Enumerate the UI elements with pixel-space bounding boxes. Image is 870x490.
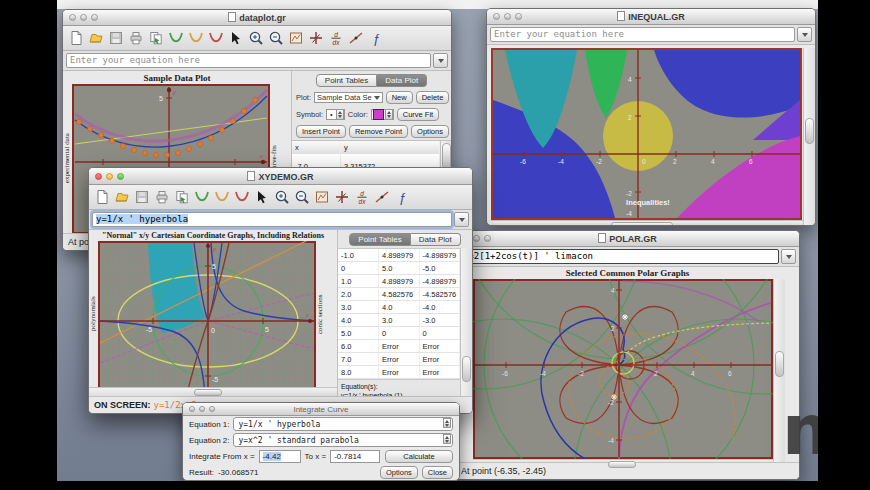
equation-dropdown-button[interactable] bbox=[797, 27, 812, 42]
minimize-button[interactable] bbox=[80, 14, 87, 21]
column-header-y[interactable]: y bbox=[341, 141, 440, 154]
table-row[interactable]: 6.0ErrorError bbox=[338, 340, 460, 353]
calculate-button[interactable]: Calculate bbox=[385, 450, 453, 463]
zoom-out-icon[interactable] bbox=[294, 189, 310, 205]
plot-window-icon[interactable] bbox=[288, 30, 304, 46]
new-document-icon[interactable] bbox=[94, 189, 110, 205]
scroll-thumb[interactable] bbox=[775, 351, 784, 377]
equation-input[interactable]: Enter your equation here bbox=[66, 53, 431, 68]
close-button[interactable] bbox=[189, 406, 195, 412]
open-icon[interactable] bbox=[88, 30, 104, 46]
table-row[interactable]: 2.04.582576-4.582576 bbox=[338, 288, 460, 301]
from-input[interactable]: -4.42 bbox=[259, 450, 301, 463]
duplicate-icon[interactable] bbox=[148, 30, 164, 46]
scroll-thumb[interactable] bbox=[805, 118, 814, 144]
table-row[interactable]: 1.04.898979-4.898979 bbox=[338, 275, 460, 288]
zoom-button[interactable] bbox=[91, 14, 98, 21]
zoom-out-icon[interactable] bbox=[268, 30, 284, 46]
zoom-in-icon[interactable] bbox=[248, 30, 264, 46]
plot-window-icon[interactable] bbox=[314, 189, 330, 205]
equation-dropdown-button[interactable] bbox=[433, 53, 448, 68]
tab-data-plot[interactable]: Data Plot bbox=[377, 74, 427, 87]
remove-point-button[interactable]: Remove Point bbox=[349, 125, 408, 138]
print-icon[interactable] bbox=[154, 189, 170, 205]
curve-green-icon[interactable] bbox=[194, 189, 210, 205]
options-button[interactable]: Options bbox=[411, 125, 449, 138]
scroll-thumb[interactable] bbox=[608, 461, 636, 468]
color-select[interactable] bbox=[371, 109, 394, 120]
curve-green-icon[interactable] bbox=[168, 30, 184, 46]
integral-icon[interactable] bbox=[368, 30, 384, 46]
axes-icon[interactable] bbox=[308, 30, 324, 46]
xydemo-titlebar[interactable]: XYDEMO.GR bbox=[89, 168, 472, 185]
duplicate-icon[interactable] bbox=[174, 189, 190, 205]
horizontal-scrollbar[interactable] bbox=[473, 459, 773, 462]
close-button[interactable] bbox=[493, 13, 500, 20]
table-row[interactable]: 05.0-5.0 bbox=[338, 262, 460, 275]
equation-dropdown-button[interactable] bbox=[781, 249, 796, 264]
delete-button[interactable]: Delete bbox=[416, 91, 450, 104]
integral-icon[interactable] bbox=[394, 189, 410, 205]
axes-icon[interactable] bbox=[334, 189, 350, 205]
derivative-icon[interactable] bbox=[354, 189, 370, 205]
close-button[interactable]: Close bbox=[422, 466, 453, 479]
save-icon[interactable] bbox=[108, 30, 124, 46]
column-header-x[interactable]: x bbox=[292, 141, 341, 154]
scroll-thumb[interactable] bbox=[611, 222, 673, 226]
zoom-button[interactable] bbox=[117, 173, 124, 180]
insert-point-button[interactable]: Insert Point bbox=[296, 125, 346, 138]
horizontal-scrollbar[interactable] bbox=[89, 387, 337, 396]
table-row[interactable]: 5.000 bbox=[338, 327, 460, 340]
save-icon[interactable] bbox=[134, 189, 150, 205]
curve-orange-icon[interactable] bbox=[214, 189, 230, 205]
polar-titlebar[interactable]: POLAR.GR bbox=[456, 231, 799, 247]
table-row[interactable]: -1.04.898979-4.898979 bbox=[338, 249, 460, 262]
curve-red-icon[interactable] bbox=[234, 189, 250, 205]
zoom-button[interactable] bbox=[209, 406, 215, 412]
equation2-select[interactable]: y=x^2 ' standard parabola bbox=[233, 433, 453, 447]
scroll-thumb[interactable] bbox=[194, 389, 222, 396]
minimize-button[interactable] bbox=[199, 406, 205, 412]
scroll-thumb[interactable] bbox=[462, 356, 471, 382]
plot-select[interactable]: Sample Data Se bbox=[314, 92, 383, 103]
zoom-in-icon[interactable] bbox=[274, 189, 290, 205]
new-document-icon[interactable] bbox=[68, 30, 84, 46]
zoom-button[interactable] bbox=[484, 235, 491, 242]
equation-dropdown-button[interactable] bbox=[454, 212, 469, 227]
minimize-button[interactable] bbox=[504, 13, 511, 20]
table-row[interactable]: 3.04.0-4.0 bbox=[338, 301, 460, 314]
equation-input[interactable]: Enter your equation here bbox=[490, 27, 795, 42]
print-icon[interactable] bbox=[128, 30, 144, 46]
curve-red-icon[interactable] bbox=[208, 30, 224, 46]
vertical-scrollbar[interactable] bbox=[803, 48, 815, 225]
equation-input[interactable]: r=2[1+2cos(t)] ' limacon bbox=[459, 249, 779, 264]
minimize-button[interactable] bbox=[106, 173, 113, 180]
symbol-select[interactable]: • bbox=[326, 109, 345, 120]
curve-fit-button[interactable]: Curve Fit bbox=[397, 108, 439, 121]
to-input[interactable]: -0.7814 bbox=[330, 450, 380, 463]
tab-point-tables[interactable]: Point Tables bbox=[349, 233, 410, 246]
inequal-graph[interactable]: -6 -4 -2 0 2 4 6 4 2 -2 -4 Inequalities! bbox=[491, 48, 802, 220]
xydemo-graph[interactable]: -5 5 5 -5 0 y x bbox=[98, 241, 316, 399]
dataplot-titlebar[interactable]: dataplot.gr bbox=[63, 10, 451, 26]
table-scrollbar[interactable] bbox=[460, 248, 472, 396]
close-button[interactable] bbox=[69, 14, 76, 21]
inequal-titlebar[interactable]: INEQUAL.GR bbox=[487, 9, 815, 25]
polar-graph[interactable]: -6 -4 -2 2 4 6 4 2 -2 -4 bbox=[473, 279, 773, 459]
horizontal-scrollbar[interactable] bbox=[491, 220, 803, 225]
tangent-icon[interactable] bbox=[348, 30, 364, 46]
tangent-icon[interactable] bbox=[374, 189, 390, 205]
curve-orange-icon[interactable] bbox=[188, 30, 204, 46]
new-button[interactable]: New bbox=[386, 91, 413, 104]
tab-point-tables[interactable]: Point Tables bbox=[316, 74, 377, 87]
integrate-titlebar[interactable]: Integrate Curve bbox=[183, 403, 459, 416]
options-button[interactable]: Options bbox=[380, 466, 418, 479]
table-row[interactable]: 8.0ErrorError bbox=[338, 366, 460, 379]
pointer-icon[interactable] bbox=[228, 30, 244, 46]
zoom-button[interactable] bbox=[515, 13, 522, 20]
equation1-select[interactable]: y=1/x ' hyperbola bbox=[233, 417, 453, 431]
tab-data-plot[interactable]: Data Plot bbox=[411, 233, 461, 246]
scroll-thumb[interactable] bbox=[442, 143, 451, 169]
table-row[interactable]: 4.03.0-3.0 bbox=[338, 314, 460, 327]
close-button[interactable] bbox=[95, 173, 102, 180]
